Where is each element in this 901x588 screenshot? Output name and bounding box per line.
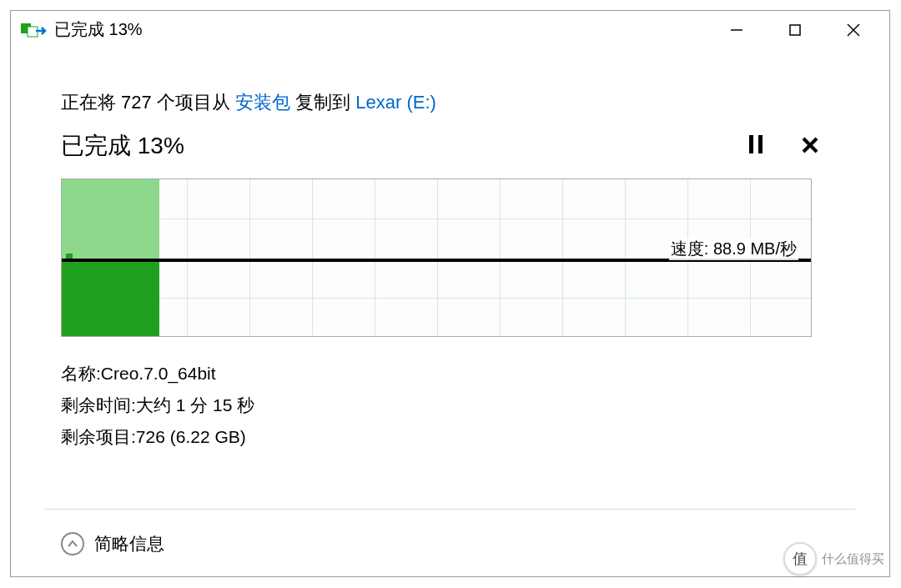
time-label: 剩余时间:	[61, 389, 136, 421]
detail-name: 名称: Creo.7.0_64bit	[61, 358, 839, 389]
copy-dialog-window: 已完成 13% 正在将 727 个项目从 安装包 复制到 Lexar (E:) …	[10, 10, 890, 577]
chart-fill-lower	[62, 259, 159, 336]
copy-prefix: 正在将 727 个项目从	[61, 92, 235, 113]
source-link[interactable]: 安装包	[235, 92, 290, 113]
content-area: 正在将 727 个项目从 安装包 复制到 Lexar (E:) 已完成 13% …	[11, 48, 889, 452]
name-value: Creo.7.0_64bit	[101, 358, 216, 389]
chart-fill-upper	[62, 179, 159, 259]
pause-button[interactable]	[743, 133, 768, 159]
copy-description: 正在将 727 个项目从 安装包 复制到 Lexar (E:)	[61, 90, 839, 115]
svg-rect-3	[790, 25, 800, 35]
chevron-up-icon	[61, 532, 84, 555]
svg-rect-6	[749, 135, 753, 153]
minimize-button[interactable]	[707, 13, 766, 47]
speed-label: 速度: 88.9 MB/秒	[669, 238, 798, 260]
speed-chart: 速度: 88.9 MB/秒	[61, 178, 812, 337]
svg-rect-7	[758, 135, 763, 153]
close-button[interactable]	[824, 13, 883, 47]
maximize-button[interactable]	[766, 13, 824, 47]
footer-toggle-label: 简略信息	[94, 532, 164, 555]
watermark-text: 什么值得买	[822, 551, 884, 567]
footer-toggle[interactable]: 简略信息	[61, 532, 164, 555]
items-label: 剩余项目:	[61, 421, 136, 453]
detail-time: 剩余时间: 大约 1 分 15 秒	[61, 389, 839, 421]
watermark: 值 什么值得买	[783, 542, 884, 575]
dest-link[interactable]: Lexar (E:)	[355, 92, 436, 113]
titlebar[interactable]: 已完成 13%	[11, 11, 889, 48]
cancel-button[interactable]	[798, 133, 823, 159]
progress-text: 已完成 13%	[61, 130, 743, 162]
name-label: 名称:	[61, 358, 101, 389]
detail-items: 剩余项目: 726 (6.22 GB)	[61, 421, 839, 453]
window-controls	[707, 13, 883, 47]
copy-middle: 复制到	[290, 92, 355, 113]
progress-header: 已完成 13%	[61, 130, 839, 162]
watermark-badge: 值	[783, 542, 817, 575]
time-value: 大约 1 分 15 秒	[136, 389, 254, 421]
items-value: 726 (6.22 GB)	[136, 421, 246, 453]
details: 名称: Creo.7.0_64bit 剩余时间: 大约 1 分 15 秒 剩余项…	[61, 358, 839, 452]
window-title: 已完成 13%	[54, 18, 707, 41]
divider	[44, 509, 856, 510]
copy-transfer-icon	[21, 22, 48, 38]
